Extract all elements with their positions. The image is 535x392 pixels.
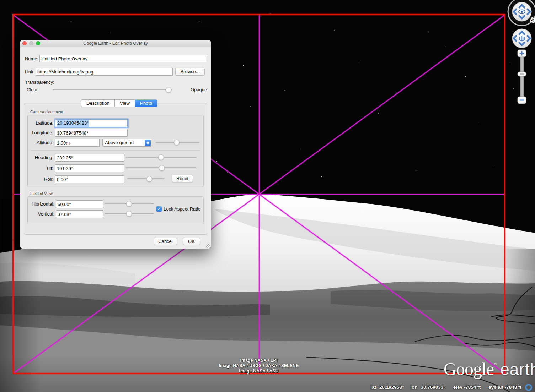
map-attribution: Image NASA / LPI Image NASA / USGS / JAX… [134, 358, 383, 374]
vertical-fov-label: Vertical: [20, 210, 54, 218]
transparency-slider-knob[interactable] [166, 87, 171, 93]
attribution-line: Image NASA / LPI [134, 358, 383, 363]
tilt-slider-knob[interactable] [159, 165, 165, 171]
cancel-button[interactable]: Cancel [154, 238, 177, 245]
link-label: Link: [20, 68, 34, 76]
altitude-slider[interactable] [155, 140, 199, 145]
dialog-titlebar[interactable]: Google Earth - Edit Photo Overlay [20, 40, 211, 47]
roll-label: Roll: [20, 175, 53, 183]
transparency-clear-label: Clear [27, 86, 38, 94]
google-earth-logo: Google™earth [444, 359, 535, 379]
move-joystick[interactable] [512, 29, 531, 48]
longitude-field[interactable] [55, 129, 128, 137]
resize-grip[interactable] [206, 244, 210, 248]
vertical-fov-slider-knob[interactable] [126, 211, 132, 217]
latitude-field[interactable]: 20.193045428° [55, 119, 128, 127]
transparency-label: Transparency: [25, 78, 54, 86]
close-button[interactable] [22, 41, 27, 45]
vertical-fov-field[interactable] [56, 210, 103, 218]
heading-field[interactable] [55, 154, 124, 162]
status-bar: lat 20.192958° lon 30.769033° elev -7854… [364, 382, 535, 392]
logo-brand: Google [444, 359, 494, 379]
longitude-label: Longitude: [20, 129, 53, 137]
name-input[interactable] [39, 55, 206, 62]
ok-button[interactable]: OK [183, 238, 200, 245]
transparency-opaque-label: Opaque [191, 86, 207, 94]
zoom-in-button[interactable] [518, 50, 526, 57]
heading-slider[interactable] [125, 154, 197, 160]
status-elevation: elev -7854 ft [453, 385, 481, 390]
transparency-slider[interactable] [53, 87, 172, 93]
status-eye-altitude: eye alt -7848 ft [488, 385, 521, 390]
logo-product: earth [500, 360, 535, 379]
dropdown-stepper-icon [145, 140, 151, 146]
logo-trademark: ™ [494, 363, 497, 366]
heading-slider-knob[interactable] [158, 154, 164, 160]
navigation-controls: N [501, 0, 535, 107]
minimize-button[interactable] [29, 41, 33, 45]
transparency-slider-track[interactable] [53, 89, 172, 90]
altitude-field[interactable] [55, 139, 100, 147]
zoom-slider-knob[interactable] [518, 72, 526, 76]
name-label: Name: [20, 55, 38, 63]
status-lon-value: 30.769033° [421, 385, 445, 390]
tab-photo[interactable]: Photo [135, 100, 157, 107]
altitude-mode-dropdown[interactable]: Above ground [102, 139, 151, 147]
status-lat-value: 20.192958° [379, 385, 404, 390]
tilt-slider[interactable] [125, 165, 197, 171]
tab-description[interactable]: Description [81, 100, 115, 107]
look-joystick[interactable]: N [508, 0, 535, 26]
streaming-indicator [525, 384, 532, 391]
horizontal-fov-slider[interactable] [105, 201, 154, 207]
checkmark-icon: ✓ [157, 206, 161, 211]
zoom-out-button[interactable] [518, 97, 526, 104]
status-lat-label: lat [370, 385, 376, 390]
altitude-label: Altitude: [20, 139, 53, 147]
group-separator [31, 150, 200, 151]
tab-view[interactable]: View [115, 100, 135, 107]
latitude-label: Latitude: [20, 119, 53, 127]
camera-placement-group-label: Camera placement [30, 110, 63, 114]
horizontal-fov-slider-knob[interactable] [126, 201, 132, 207]
dialog-title: Google Earth - Edit Photo Overlay [20, 41, 211, 46]
heading-label: Heading: [20, 154, 53, 162]
roll-slider-track[interactable] [127, 178, 165, 179]
altitude-slider-knob[interactable] [174, 140, 180, 145]
roll-field[interactable] [55, 175, 124, 183]
vertical-fov-slider[interactable] [105, 211, 154, 217]
lock-aspect-ratio-label: Lock Aspect Ratio [164, 205, 200, 213]
horizontal-fov-field[interactable] [56, 200, 103, 208]
lock-aspect-ratio-checkbox[interactable]: ✓ [156, 206, 162, 212]
field-of-view-group-label: Field of View [30, 191, 53, 196]
edit-photo-overlay-dialog: Google Earth - Edit Photo Overlay Name: … [20, 40, 211, 249]
maximize-button[interactable] [36, 41, 40, 45]
roll-slider-knob[interactable] [146, 176, 152, 182]
tilt-field[interactable] [55, 164, 124, 172]
latitude-value: 20.193045428° [57, 120, 89, 127]
tab-bar: Description View Photo [81, 99, 157, 107]
tilt-label: Tilt: [20, 164, 53, 172]
link-input[interactable] [36, 68, 173, 76]
roll-slider[interactable] [127, 176, 165, 182]
attribution-line: Image NASA / ASU [134, 369, 383, 374]
google-earth-window: Image NASA / LPI Image NASA / USGS / JAX… [0, 0, 535, 392]
browse-button[interactable]: Browse... [175, 68, 205, 76]
status-lon-label: lon [410, 385, 417, 390]
attribution-line: Image NASA / USGS / JAXA / SELENE [134, 363, 383, 369]
zoom-slider[interactable] [518, 50, 526, 104]
horizontal-fov-label: Horizontal: [20, 200, 54, 208]
reset-button[interactable]: Reset [172, 175, 193, 182]
altitude-mode-value: Above ground [105, 139, 134, 146]
